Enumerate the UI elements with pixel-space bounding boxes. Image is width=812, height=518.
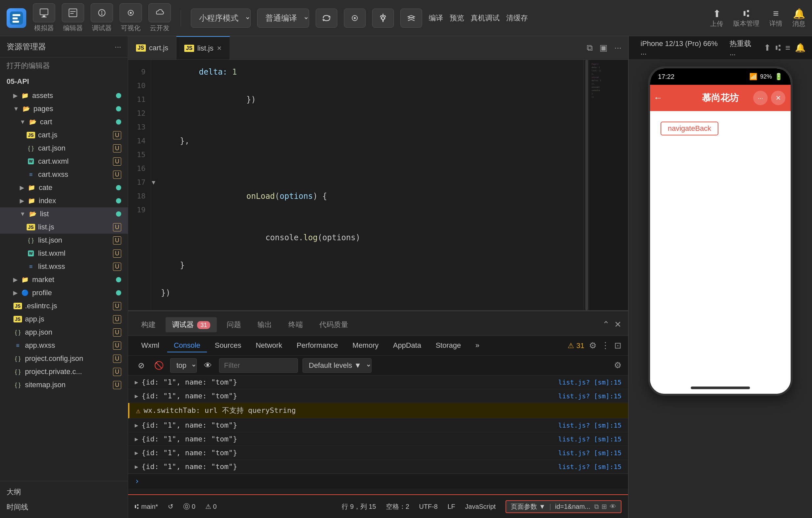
filter-input[interactable] — [219, 358, 298, 373]
file-app-wxss[interactable]: ≡ app.wxss U — [0, 339, 128, 352]
folder-list[interactable]: ▼ 📂 list — [0, 208, 128, 221]
timeline-item[interactable]: 时间线 — [6, 499, 121, 515]
console-row[interactable]: ▶ {id: "1", name: "tom"} list.js? [sm]:1… — [128, 418, 628, 432]
warnings-status[interactable]: ⚠ 0 — [205, 502, 217, 511]
page-params-label[interactable]: 页面参数 ▼ — [511, 502, 545, 511]
folder-index[interactable]: ▶ 📁 index — [0, 194, 128, 208]
subtab-wxml[interactable]: Wxml — [135, 339, 166, 352]
undock-icon[interactable]: ⊡ — [614, 340, 621, 351]
resize-handle[interactable] — [128, 311, 628, 313]
phone-nav-icon-dots[interactable]: ··· — [753, 91, 767, 105]
split-icon[interactable]: ⧉ — [587, 43, 593, 53]
settings-btn[interactable] — [372, 8, 394, 28]
debug-tab-debugger[interactable]: 调试器 31 — [166, 317, 217, 332]
file-cart-wxml[interactable]: W cart.wxml U — [0, 155, 128, 168]
levels-select[interactable]: Default levels ▼ — [302, 358, 372, 373]
console-clear-btn[interactable]: ⊘ — [135, 359, 148, 372]
file-sitemap[interactable]: { } sitemap.json U — [0, 378, 128, 391]
code-content[interactable]: delta: 1 }) }, ▼ onLoad(options) { — [151, 60, 583, 310]
console-filter-btn[interactable]: 🚫 — [152, 359, 166, 372]
file-list-wxml[interactable]: W list.wxml U — [0, 247, 128, 260]
subtab-console[interactable]: Console — [167, 339, 207, 352]
preview-branch-btn[interactable]: ⑆ — [776, 43, 781, 53]
preview-menu-btn[interactable]: ≡ — [785, 43, 790, 53]
file-ref[interactable]: list.js? [sm]:15 — [558, 421, 621, 429]
eye-icon[interactable]: 👁 — [201, 359, 214, 372]
settings-icon[interactable]: ⚙ — [589, 340, 597, 351]
navigate-back-btn[interactable]: navigateBack — [661, 121, 718, 135]
preview-upload-btn[interactable]: ⬆ — [764, 43, 771, 53]
simulator-btn[interactable]: 模拟器 — [33, 3, 55, 32]
subtab-more[interactable]: » — [469, 339, 486, 352]
context-select[interactable]: top — [170, 358, 197, 373]
upload-btn[interactable]: ⬆ 上传 — [710, 8, 723, 28]
panel-close-btn[interactable]: ✕ — [614, 320, 621, 330]
version-btn[interactable]: ⑆ 版本管理 — [733, 8, 759, 28]
subtab-performance[interactable]: Performance — [290, 339, 345, 352]
scrollbar[interactable] — [583, 60, 589, 310]
subtab-sources[interactable]: Sources — [208, 339, 248, 352]
folder-profile[interactable]: ▶ 🔵 profile — [0, 286, 128, 299]
file-cart-json[interactable]: { } cart.json U — [0, 142, 128, 155]
console-row[interactable]: ▶ {id: "1", name: "tom"} list.js? [sm]:1… — [128, 446, 628, 460]
preview-bell-btn[interactable]: 🔔 — [795, 43, 806, 53]
tab-list-js[interactable]: JS list.js ✕ — [176, 36, 230, 59]
file-app-json[interactable]: { } app.json U — [0, 326, 128, 339]
outline-item[interactable]: 大纲 — [6, 485, 121, 499]
panel-collapse-btn[interactable]: ⌃ — [603, 320, 610, 330]
qr-icon[interactable]: ⊞ — [602, 502, 607, 511]
file-ref[interactable]: list.js? [sm]:15 — [558, 378, 621, 386]
subtab-network[interactable]: Network — [249, 339, 289, 352]
debug-tab-build[interactable]: 构建 — [135, 317, 162, 332]
eye-icon[interactable]: 👁 — [610, 503, 616, 511]
page-params-panel[interactable]: 页面参数 ▼ | id=1&nam... ⧉ ⊞ 👁 — [505, 500, 621, 513]
open-editors-section[interactable]: 打开的编辑器 — [0, 57, 128, 74]
tab-cart-js[interactable]: JS cart.js — [128, 36, 176, 59]
mode-select[interactable]: 小程序模式 — [191, 8, 251, 28]
errors-status[interactable]: ⓪ 0 — [183, 502, 196, 511]
file-list-wxss[interactable]: ≡ list.wxss U — [0, 260, 128, 273]
file-app-js[interactable]: JS app.js U — [0, 312, 128, 326]
file-list-json[interactable]: { } list.json U — [0, 234, 128, 247]
project-section[interactable]: 05-API — [0, 74, 128, 89]
editor-btn[interactable]: 编辑器 — [62, 3, 84, 32]
debug-tab-output[interactable]: 输出 — [251, 317, 279, 332]
language-status[interactable]: JavaScript — [465, 503, 496, 511]
debugger-btn[interactable]: 调试器 — [91, 3, 113, 32]
debug-tab-terminal[interactable]: 终端 — [282, 317, 310, 332]
visual-btn[interactable]: 可视化 — [120, 3, 142, 32]
file-ref[interactable]: list.js? [sm]:15 — [558, 449, 621, 457]
console-input[interactable] — [143, 477, 621, 486]
console-row[interactable]: ▶ {id: "1", name: "tom"} list.js? [sm]:1… — [128, 375, 628, 389]
more-icon[interactable]: ··· — [614, 43, 621, 53]
cloud-btn[interactable]: 云开发 — [148, 3, 171, 32]
file-cart-js[interactable]: JS cart.js U — [0, 129, 128, 142]
console-row[interactable]: ▶ {id: "1", name: "tom"} list.js? [sm]:1… — [128, 460, 628, 474]
preview-btn[interactable] — [344, 8, 366, 28]
debug-tab-issues[interactable]: 问题 — [220, 317, 248, 332]
file-ref[interactable]: list.js? [sm]:15 — [558, 392, 621, 400]
subtab-storage[interactable]: Storage — [429, 339, 467, 352]
refresh-btn[interactable] — [316, 8, 337, 28]
layout-icon[interactable]: ▣ — [600, 43, 608, 53]
folder-cate[interactable]: ▶ 📁 cate — [0, 181, 128, 194]
console-settings-btn[interactable]: ⚙ — [614, 360, 621, 371]
more-options-icon[interactable]: ⋮ — [601, 340, 610, 351]
file-ref[interactable]: list.js? [sm]:15 — [558, 435, 621, 443]
copy-icon[interactable]: ⧉ — [594, 503, 599, 511]
console-row[interactable]: ▶ {id: "1", name: "tom"} list.js? [sm]:1… — [128, 389, 628, 403]
debug-tab-quality[interactable]: 代码质量 — [313, 317, 355, 332]
tab-close-btn[interactable]: ✕ — [217, 45, 222, 52]
folder-market[interactable]: ▶ 📁 market — [0, 273, 128, 286]
file-list-js[interactable]: JS list.js U — [0, 221, 128, 234]
file-project-config[interactable]: { } project.config.json U — [0, 352, 128, 365]
folder-cart[interactable]: ▼ 📂 cart — [0, 115, 128, 129]
compile-select[interactable]: 普通编译 — [257, 8, 309, 28]
console-row[interactable]: ▶ {id: "1", name: "tom"} list.js? [sm]:1… — [128, 432, 628, 446]
console-row-warning[interactable]: ⚠ wx.switchTab: url 不支持 queryString — [128, 403, 628, 418]
phone-nav-icon-close[interactable]: ✕ — [771, 91, 785, 105]
code-editor[interactable]: 9 10 11 12 13 14 15 16 17 18 19 delta: — [128, 60, 583, 310]
message-btn[interactable]: 🔔 消息 — [792, 8, 806, 28]
layers-btn[interactable] — [400, 8, 422, 28]
file-ref[interactable]: list.js? [sm]:15 — [558, 463, 621, 471]
